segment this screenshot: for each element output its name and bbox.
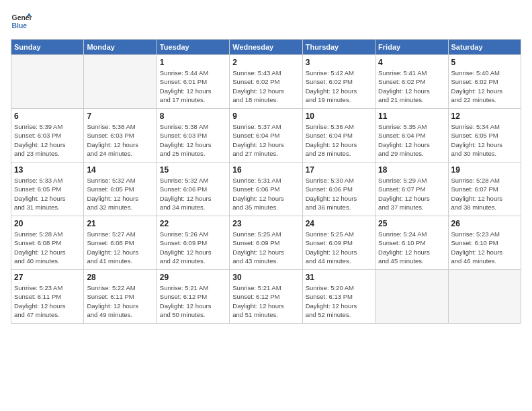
calendar-cell: 8Sunrise: 5:38 AM Sunset: 6:03 PM Daylig… [157,109,229,163]
day-number: 22 [160,219,226,228]
day-of-week-header: Thursday [302,40,375,55]
calendar-cell: 17Sunrise: 5:30 AM Sunset: 6:06 PM Dayli… [302,163,375,216]
calendar-week-row: 20Sunrise: 5:28 AM Sunset: 6:08 PM Dayli… [11,216,521,270]
day-info: Sunrise: 5:20 AM Sunset: 6:13 PM Dayligh… [306,283,372,319]
svg-text:Blue: Blue [12,22,28,30]
day-number: 23 [232,219,299,228]
calendar-cell: 6Sunrise: 5:39 AM Sunset: 6:03 PM Daylig… [11,109,84,163]
calendar-cell: 24Sunrise: 5:25 AM Sunset: 6:09 PM Dayli… [302,216,375,270]
day-info: Sunrise: 5:25 AM Sunset: 6:09 PM Dayligh… [306,230,372,265]
calendar-week-row: 13Sunrise: 5:33 AM Sunset: 6:05 PM Dayli… [11,163,521,216]
day-number: 10 [306,111,372,121]
day-info: Sunrise: 5:28 AM Sunset: 6:08 PM Dayligh… [14,230,81,265]
day-number: 6 [14,111,81,121]
day-info: Sunrise: 5:34 AM Sunset: 6:05 PM Dayligh… [451,122,518,158]
day-number: 9 [232,111,299,121]
calendar-cell: 27Sunrise: 5:23 AM Sunset: 6:11 PM Dayli… [11,270,84,324]
calendar-cell: 1Sunrise: 5:44 AM Sunset: 6:01 PM Daylig… [157,55,229,109]
day-info: Sunrise: 5:27 AM Sunset: 6:08 PM Dayligh… [87,230,153,265]
calendar-cell: 29Sunrise: 5:21 AM Sunset: 6:12 PM Dayli… [157,270,229,324]
day-info: Sunrise: 5:25 AM Sunset: 6:09 PM Dayligh… [232,230,299,265]
day-info: Sunrise: 5:33 AM Sunset: 6:05 PM Dayligh… [14,176,81,212]
day-number: 20 [14,219,81,228]
day-of-week-header: Sunday [11,40,84,55]
day-number: 24 [306,219,372,228]
calendar-cell: 4Sunrise: 5:41 AM Sunset: 6:02 PM Daylig… [375,55,448,109]
calendar-cell: 7Sunrise: 5:38 AM Sunset: 6:03 PM Daylig… [84,109,157,163]
day-number: 13 [14,165,81,175]
calendar-cell: 10Sunrise: 5:36 AM Sunset: 6:04 PM Dayli… [302,109,375,163]
calendar-cell: 15Sunrise: 5:32 AM Sunset: 6:06 PM Dayli… [157,163,229,216]
calendar-cell: 2Sunrise: 5:43 AM Sunset: 6:02 PM Daylig… [230,55,302,109]
day-info: Sunrise: 5:23 AM Sunset: 6:11 PM Dayligh… [14,283,81,319]
day-info: Sunrise: 5:32 AM Sunset: 6:06 PM Dayligh… [160,176,226,212]
day-info: Sunrise: 5:21 AM Sunset: 6:12 PM Dayligh… [232,283,299,319]
calendar-cell: 18Sunrise: 5:29 AM Sunset: 6:07 PM Dayli… [375,163,448,216]
day-number: 30 [232,273,299,282]
logo-icon: General Blue [11,11,32,32]
day-number: 27 [14,273,81,282]
day-number: 4 [378,58,445,67]
day-info: Sunrise: 5:22 AM Sunset: 6:11 PM Dayligh… [87,283,153,319]
calendar-cell: 30Sunrise: 5:21 AM Sunset: 6:12 PM Dayli… [230,270,302,324]
calendar-cell: 22Sunrise: 5:26 AM Sunset: 6:09 PM Dayli… [157,216,229,270]
logo: General Blue [11,11,32,32]
day-number: 5 [451,58,518,67]
calendar: SundayMondayTuesdayWednesdayThursdayFrid… [11,39,521,324]
calendar-week-row: 27Sunrise: 5:23 AM Sunset: 6:11 PM Dayli… [11,270,521,324]
day-of-week-header: Wednesday [230,40,302,55]
day-number: 28 [87,273,153,282]
calendar-cell: 31Sunrise: 5:20 AM Sunset: 6:13 PM Dayli… [302,270,375,324]
day-number: 26 [451,219,518,228]
day-number: 2 [232,58,299,67]
day-info: Sunrise: 5:36 AM Sunset: 6:04 PM Dayligh… [306,122,372,158]
day-info: Sunrise: 5:32 AM Sunset: 6:05 PM Dayligh… [87,176,153,212]
day-info: Sunrise: 5:38 AM Sunset: 6:03 PM Dayligh… [87,122,153,158]
day-number: 18 [378,165,445,175]
day-of-week-header: Tuesday [157,40,229,55]
day-number: 12 [451,111,518,121]
day-of-week-header: Saturday [448,40,521,55]
day-of-week-header: Friday [375,40,448,55]
day-info: Sunrise: 5:30 AM Sunset: 6:06 PM Dayligh… [306,176,372,212]
day-number: 16 [232,165,299,175]
calendar-cell: 5Sunrise: 5:40 AM Sunset: 6:02 PM Daylig… [448,55,521,109]
calendar-cell [11,55,84,109]
day-info: Sunrise: 5:29 AM Sunset: 6:07 PM Dayligh… [378,176,445,212]
calendar-cell: 11Sunrise: 5:35 AM Sunset: 6:04 PM Dayli… [375,109,448,163]
calendar-header-row: SundayMondayTuesdayWednesdayThursdayFrid… [11,40,521,55]
day-number: 1 [160,58,226,67]
day-number: 11 [378,111,445,121]
calendar-week-row: 6Sunrise: 5:39 AM Sunset: 6:03 PM Daylig… [11,109,521,163]
day-info: Sunrise: 5:28 AM Sunset: 6:07 PM Dayligh… [451,176,518,212]
day-info: Sunrise: 5:37 AM Sunset: 6:04 PM Dayligh… [232,122,299,158]
day-info: Sunrise: 5:38 AM Sunset: 6:03 PM Dayligh… [160,122,226,158]
day-info: Sunrise: 5:43 AM Sunset: 6:02 PM Dayligh… [232,68,299,104]
day-info: Sunrise: 5:41 AM Sunset: 6:02 PM Dayligh… [378,68,445,104]
calendar-cell: 9Sunrise: 5:37 AM Sunset: 6:04 PM Daylig… [230,109,302,163]
calendar-cell: 21Sunrise: 5:27 AM Sunset: 6:08 PM Dayli… [84,216,157,270]
day-info: Sunrise: 5:39 AM Sunset: 6:03 PM Dayligh… [14,122,81,158]
calendar-cell: 25Sunrise: 5:24 AM Sunset: 6:10 PM Dayli… [375,216,448,270]
day-info: Sunrise: 5:42 AM Sunset: 6:02 PM Dayligh… [306,68,372,104]
day-number: 19 [451,165,518,175]
day-number: 25 [378,219,445,228]
day-of-week-header: Monday [84,40,157,55]
calendar-cell [84,55,157,109]
calendar-cell: 16Sunrise: 5:31 AM Sunset: 6:06 PM Dayli… [230,163,302,216]
header: General Blue [11,11,521,32]
calendar-cell: 28Sunrise: 5:22 AM Sunset: 6:11 PM Dayli… [84,270,157,324]
day-info: Sunrise: 5:31 AM Sunset: 6:06 PM Dayligh… [232,176,299,212]
calendar-cell [448,270,521,324]
day-number: 21 [87,219,153,228]
day-number: 31 [306,273,372,282]
calendar-cell [375,270,448,324]
day-number: 3 [306,58,372,67]
day-number: 7 [87,111,153,121]
calendar-cell: 23Sunrise: 5:25 AM Sunset: 6:09 PM Dayli… [230,216,302,270]
day-number: 15 [160,165,226,175]
day-info: Sunrise: 5:26 AM Sunset: 6:09 PM Dayligh… [160,230,226,265]
day-info: Sunrise: 5:35 AM Sunset: 6:04 PM Dayligh… [378,122,445,158]
day-info: Sunrise: 5:40 AM Sunset: 6:02 PM Dayligh… [451,68,518,104]
calendar-cell: 3Sunrise: 5:42 AM Sunset: 6:02 PM Daylig… [302,55,375,109]
